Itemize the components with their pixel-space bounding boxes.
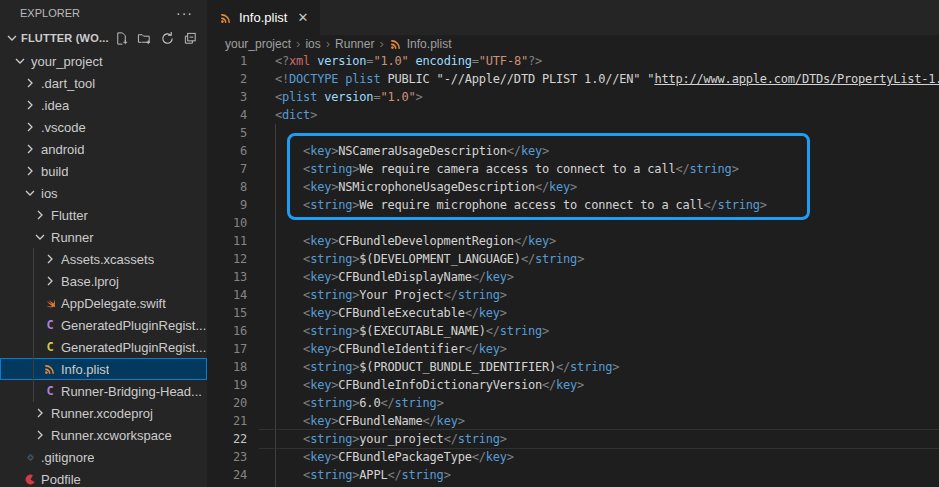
code-line-7[interactable]: 7 <string>We require camera access to co… [207, 160, 939, 178]
tree-item-vscode[interactable]: .vscode [0, 116, 207, 138]
line-number[interactable]: 19 [207, 376, 247, 394]
line-content: <string>Your Project</string> [275, 286, 507, 304]
code-line-19[interactable]: 19 <key>CFBundleInfoDictionaryVersion</k… [207, 376, 939, 394]
breadcrumb-file-label: Info.plist [407, 37, 452, 51]
line-number[interactable]: 4 [207, 106, 247, 124]
line-number[interactable]: 9 [207, 196, 247, 214]
line-number[interactable]: 10 [207, 214, 247, 232]
tree-item-appdelegate-swift[interactable]: AppDelegate.swift [0, 292, 207, 314]
line-number[interactable]: 13 [207, 268, 247, 286]
tree-item-label: Runner.xcworkspace [51, 428, 172, 443]
tree-item-assets-xcassets[interactable]: Assets.xcassets [0, 248, 207, 270]
breadcrumb-item-runner[interactable]: Runner [335, 37, 374, 51]
code-line-5[interactable]: 5 [207, 124, 939, 142]
code-line-12[interactable]: 12 <string>$(DEVELOPMENT_LANGUAGE)</stri… [207, 250, 939, 268]
tree-item-runner-bridging-head[interactable]: CRunner-Bridging-Head... [0, 380, 207, 402]
tree-item-runner-xcodeproj[interactable]: Runner.xcodeproj [0, 402, 207, 424]
line-number[interactable]: 8 [207, 178, 247, 196]
tree-item-label: build [41, 164, 68, 179]
code-line-17[interactable]: 17 <key>CFBundleIdentifier</key> [207, 340, 939, 358]
tree-item-runner-xcworkspace[interactable]: Runner.xcworkspace [0, 424, 207, 446]
line-number[interactable]: 20 [207, 394, 247, 412]
line-number[interactable]: 7 [207, 160, 247, 178]
line-number[interactable]: 1 [207, 52, 247, 70]
line-number[interactable]: 18 [207, 358, 247, 376]
line-number[interactable]: 17 [207, 340, 247, 358]
code-line-6[interactable]: 6 <key>NSCameraUsageDescription</key> [207, 142, 939, 160]
breadcrumb-item-your_project[interactable]: your_project [225, 37, 291, 51]
tree-item-idea[interactable]: .idea [0, 94, 207, 116]
tree-item-base-lproj[interactable]: Base.lproj [0, 270, 207, 292]
tree-item-label: GeneratedPluginRegist... [61, 318, 206, 333]
tree-item-flutter[interactable]: Flutter [0, 204, 207, 226]
code-line-18[interactable]: 18 <string>$(PRODUCT_BUNDLE_IDENTIFIER)<… [207, 358, 939, 376]
tree-item-generatedpluginregist[interactable]: CGeneratedPluginRegist... [0, 336, 207, 358]
code-line-21[interactable]: 21 <key>CFBundleName</key> [207, 412, 939, 430]
tree-item-android[interactable]: android [0, 138, 207, 160]
more-actions-icon[interactable]: ··· [176, 5, 193, 21]
tree-item-label: Runner [51, 230, 94, 245]
line-number[interactable]: 3 [207, 88, 247, 106]
line-number[interactable]: 14 [207, 286, 247, 304]
code-lines[interactable]: 1<?xml version="1.0" encoding="UTF-8"?>2… [207, 52, 939, 487]
tree-item-runner[interactable]: Runner [0, 226, 207, 248]
code-line-14[interactable]: 14 <string>Your Project</string> [207, 286, 939, 304]
line-number[interactable]: 5 [207, 124, 247, 142]
code-line-3[interactable]: 3<plist version="1.0"> [207, 88, 939, 106]
line-number[interactable]: 6 [207, 142, 247, 160]
line-content: <key>NSMicrophoneUsageDescription</key> [275, 178, 577, 196]
breadcrumb-item-ios[interactable]: ios [305, 37, 320, 51]
line-number[interactable]: 16 [207, 322, 247, 340]
line-number[interactable]: 12 [207, 250, 247, 268]
code-line-4[interactable]: 4<dict> [207, 106, 939, 124]
code-line-15[interactable]: 15 <key>CFBundleExecutable</key> [207, 304, 939, 322]
tree-item-label: Podfile [41, 472, 81, 487]
line-number[interactable]: 15 [207, 304, 247, 322]
plist-icon [219, 11, 233, 25]
tree-item-label: Assets.xcassets [61, 252, 154, 267]
code-line-10[interactable]: 10 [207, 214, 939, 232]
code-line-2[interactable]: 2<!DOCTYPE plist PUBLIC "-//Apple//DTD P… [207, 70, 939, 88]
chevron-down-icon [4, 30, 20, 46]
tree-item-info-plist[interactable]: Info.plist [0, 358, 207, 380]
line-number[interactable]: 24 [207, 466, 247, 484]
code-line-13[interactable]: 13 <key>CFBundleDisplayName</key> [207, 268, 939, 286]
code-line-16[interactable]: 16 <string>$(EXECUTABLE_NAME)</string> [207, 322, 939, 340]
tree-item-ios[interactable]: ios [0, 182, 207, 204]
breadcrumb-separator: › [379, 36, 383, 51]
tree-item-podfile[interactable]: Podfile [0, 468, 207, 487]
tree-item-your-project[interactable]: your_project [0, 50, 207, 72]
code-line-22[interactable]: 22 <string>your_project</string> [207, 430, 939, 448]
code-line-24[interactable]: 24 <string>APPL</string> [207, 466, 939, 484]
code-line-1[interactable]: 1<?xml version="1.0" encoding="UTF-8"?> [207, 52, 939, 70]
tree-item-dart-tool[interactable]: .dart_tool [0, 72, 207, 94]
code-line-8[interactable]: 8 <key>NSMicrophoneUsageDescription</key… [207, 178, 939, 196]
line-number[interactable]: 21 [207, 412, 247, 430]
explorer-sidebar: EXPLORER ··· FLUTTER (WO... your_project… [0, 0, 207, 487]
code-line-23[interactable]: 23 <key>CFBundlePackageType</key> [207, 448, 939, 466]
line-number[interactable]: 22 [207, 430, 247, 448]
refresh-icon[interactable] [158, 29, 176, 47]
breadcrumb-item-info-plist[interactable]: Info.plist [389, 37, 452, 51]
code-line-9[interactable]: 9 <string>We require microphone access t… [207, 196, 939, 214]
tab-info-plist[interactable]: Info.plist ✕ [207, 0, 320, 35]
new-file-icon[interactable] [112, 29, 130, 47]
tree-item-gitignore[interactable]: .gitignore [0, 446, 207, 468]
code-line-20[interactable]: 20 <string>6.0</string> [207, 394, 939, 412]
tree-item-label: Runner.xcodeproj [51, 406, 153, 421]
line-number[interactable]: 11 [207, 232, 247, 250]
line-number[interactable]: 23 [207, 448, 247, 466]
code-line-11[interactable]: 11 <key>CFBundleDevelopmentRegion</key> [207, 232, 939, 250]
new-folder-icon[interactable] [135, 29, 153, 47]
line-number[interactable]: 2 [207, 70, 247, 88]
section-actions [112, 29, 207, 47]
close-icon[interactable]: ✕ [297, 10, 308, 25]
workspace-section-header[interactable]: FLUTTER (WO... [0, 26, 207, 50]
pod-icon [22, 471, 38, 487]
tree-item-generatedpluginregist[interactable]: CGeneratedPluginRegist... [0, 314, 207, 336]
c-purple-icon: C [42, 317, 58, 333]
collapse-all-icon[interactable] [181, 29, 199, 47]
tree-item-build[interactable]: build [0, 160, 207, 182]
tree-item-label: ios [41, 186, 58, 201]
tree-item-label: your_project [31, 54, 103, 69]
